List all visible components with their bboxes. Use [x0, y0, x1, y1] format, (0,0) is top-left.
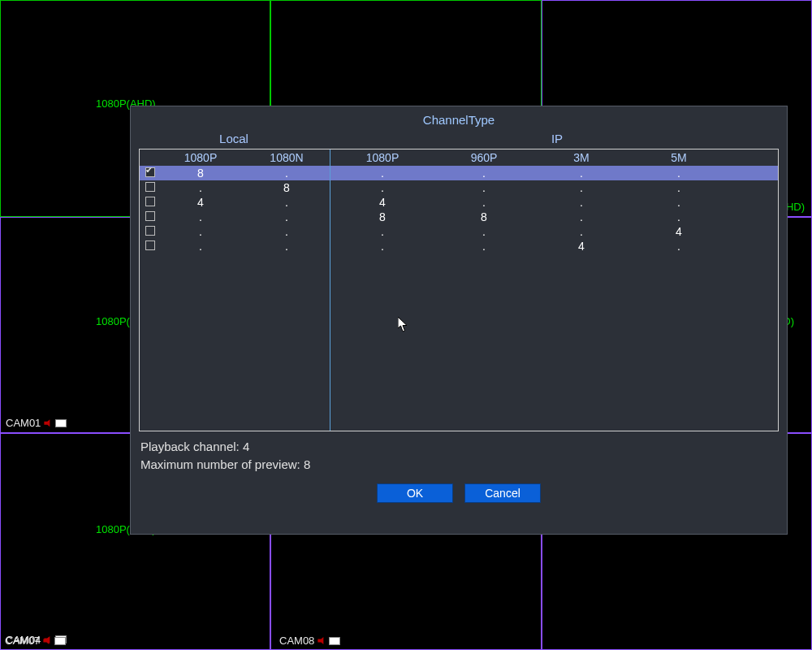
resolution-label: 1080P(AHD)	[96, 523, 806, 647]
record-icon	[55, 419, 67, 427]
table-cell: .	[630, 181, 728, 194]
col-header: 1080P	[330, 151, 435, 164]
info-lines: Playback channel: 4 Maximum number of pr…	[131, 431, 787, 474]
camera-label: CAM07	[5, 635, 66, 647]
camera-label: CAM01	[6, 417, 67, 429]
table-cell: .	[244, 167, 330, 180]
table-cell: .	[533, 196, 630, 209]
table-row[interactable]: 4.4...	[140, 195, 778, 210]
table-cell: 8	[330, 210, 435, 223]
record-icon	[54, 637, 66, 645]
col-header: 960P	[435, 151, 533, 164]
mute-icon	[44, 419, 52, 427]
section-divider	[330, 150, 330, 431]
table-cell: 8	[435, 210, 533, 223]
table-row[interactable]: ....4.	[140, 239, 778, 254]
table-cell: .	[435, 181, 533, 194]
row-checkbox[interactable]	[145, 197, 155, 206]
mute-icon	[43, 637, 51, 645]
col-header: 5M	[630, 151, 728, 164]
row-checkbox[interactable]	[145, 211, 155, 221]
table-cell: .	[435, 225, 533, 238]
table-cell: 8	[158, 167, 244, 180]
table-cell: .	[533, 225, 630, 238]
camera-label: CAM08	[279, 635, 340, 647]
section-ip-label: IP	[327, 132, 787, 145]
table-cell: .	[533, 181, 630, 194]
table-row[interactable]: .8....	[140, 180, 778, 195]
table-row[interactable]: ..88..	[140, 210, 778, 224]
row-checkbox[interactable]	[145, 167, 155, 177]
col-header: 1080P	[158, 151, 244, 164]
channel-type-dialog: ChannelType Local IP 1080P 1080N 1080P 9…	[130, 106, 788, 535]
table-cell: .	[330, 240, 435, 253]
dialog-buttons: OK Cancel	[131, 474, 787, 511]
cancel-button[interactable]: Cancel	[464, 483, 541, 503]
table-cell: .	[158, 181, 244, 194]
row-checkbox[interactable]	[145, 240, 155, 250]
table-cell: .	[158, 210, 244, 223]
table-cell: .	[330, 181, 435, 194]
table-cell: .	[533, 167, 630, 180]
mute-icon	[317, 637, 326, 645]
table-cell: .	[533, 210, 630, 223]
column-headers: 1080P 1080N 1080P 960P 3M 5M	[140, 150, 778, 166]
col-header: 3M	[533, 151, 630, 164]
table-cell: 4	[158, 196, 244, 209]
table-cell: .	[244, 210, 330, 223]
section-headers: Local IP	[131, 132, 787, 149]
table-cell: 4	[630, 225, 728, 238]
table-cell: .	[630, 167, 728, 180]
dialog-title: ChannelType	[131, 106, 787, 132]
table-cell: .	[244, 196, 330, 209]
max-preview-label: Maximum number of preview: 8	[140, 456, 777, 474]
table-cell: .	[630, 240, 728, 253]
table-cell: 4	[533, 240, 630, 253]
row-checkbox[interactable]	[145, 182, 155, 192]
table-cell: .	[435, 167, 533, 180]
table-row[interactable]: 8.....	[140, 166, 778, 180]
table-cell: .	[330, 225, 435, 238]
table-cell: .	[158, 225, 244, 238]
table-cell: .	[158, 240, 244, 253]
section-local-label: Local	[140, 132, 327, 145]
table-cell: .	[435, 240, 533, 253]
table-cell: .	[630, 196, 728, 209]
record-icon	[329, 637, 340, 645]
row-checkbox[interactable]	[145, 226, 155, 236]
table-row[interactable]: .....4	[140, 224, 778, 239]
col-header: 1080N	[244, 151, 330, 164]
ok-button[interactable]: OK	[377, 483, 453, 503]
playback-channel-label: Playback channel: 4	[140, 438, 777, 456]
table-cell: .	[630, 210, 728, 223]
channel-type-table: 1080P 1080N 1080P 960P 3M 5M 8......8...…	[139, 149, 779, 431]
table-cell: 8	[244, 181, 330, 194]
table-cell: .	[435, 196, 533, 209]
table-cell: .	[244, 240, 330, 253]
table-cell: .	[244, 225, 330, 238]
table-cell: 4	[330, 196, 435, 209]
table-cell: .	[330, 167, 435, 180]
